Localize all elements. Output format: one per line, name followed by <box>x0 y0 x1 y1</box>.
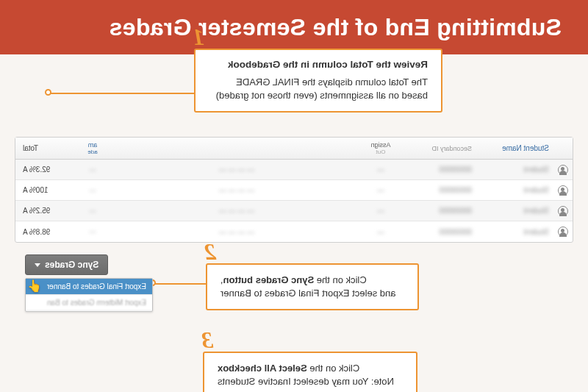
total-cell: 100% A <box>15 186 63 194</box>
col-assignment: Assign Out <box>351 141 410 155</box>
sync-grades-widget: Sync Grades Export Final Grades to Banne… <box>25 254 157 312</box>
connector-1 <box>49 93 194 94</box>
connector-1-dot <box>45 89 51 96</box>
total-cell: 98.8% A <box>15 228 63 236</box>
callout-step-1: 1 Review the Total column in the Gradebo… <box>194 49 442 113</box>
content-area: Student Name Secondary ID Assign Out am … <box>0 54 588 81</box>
callout-2-body: Click on the Sync Grades button, and sel… <box>220 274 404 300</box>
step-number-1: 1 <box>193 24 204 51</box>
col-total: Total <box>15 144 63 152</box>
col-secondary-id: Secondary ID <box>410 145 476 152</box>
gradebook-header-row: Student Name Secondary ID Assign Out am … <box>15 138 573 160</box>
page-title: Submitting End of the Semester Grades <box>109 14 562 41</box>
menu-item-export-midterm[interactable]: Export Midterm Grades to Ban <box>26 295 152 311</box>
table-row: Student 00000000 — — — — — — 92.3% A <box>15 160 573 180</box>
total-cell: 92.3% A <box>15 165 63 174</box>
table-row: Student 00000000 — — — — — — 95.2% A <box>15 201 573 221</box>
table-row: Student 00000000 — — — — — — 100% A <box>15 180 573 201</box>
avatar-icon <box>558 165 568 175</box>
step-number-2: 2 <box>204 238 216 266</box>
connector-2 <box>153 283 206 285</box>
sync-grades-menu: Export Final Grades to Banner 👆 Export M… <box>25 278 153 312</box>
avatar-icon <box>558 206 568 216</box>
step-number-3: 3 <box>201 327 213 354</box>
chevron-down-icon <box>35 263 40 267</box>
gradebook-table: Student Name Secondary ID Assign Out am … <box>15 137 573 243</box>
col-exam: am ade <box>63 141 122 155</box>
total-cell: 95.2% A <box>15 207 63 215</box>
sync-grades-label: Sync Grades <box>45 260 98 270</box>
page-header: Submitting End of the Semester Grades <box>0 0 588 54</box>
callout-step-2: 2 Click on the Sync Grades button, and s… <box>206 263 419 310</box>
avatar-icon <box>558 185 568 196</box>
avatar-icon <box>558 227 568 237</box>
sync-grades-button[interactable]: Sync Grades <box>25 254 108 275</box>
callout-1-body: The Total column displays the FINAL GRAD… <box>209 76 428 102</box>
callout-1-title: Review the Total column in the Gradebook <box>209 59 428 70</box>
cursor-hand-icon: 👆 <box>27 280 42 292</box>
callout-step-3: 3 Click on the Select All checkbox Note:… <box>203 352 417 392</box>
col-student-name: Student Name <box>476 144 553 152</box>
menu-item-export-final[interactable]: Export Final Grades to Banner 👆 <box>26 279 152 295</box>
table-row: Student 00000000 — — — — — — 98.8% A <box>15 221 573 242</box>
callout-3-body: Click on the Select All checkbox Note: Y… <box>218 362 403 392</box>
